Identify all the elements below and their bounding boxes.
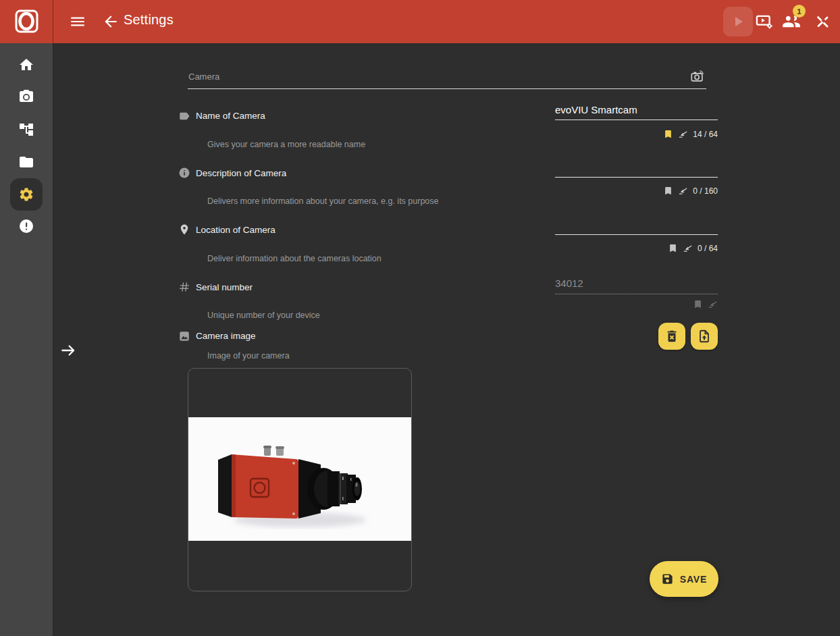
flow-tree-icon [18, 122, 34, 138]
sidebar-item-flow[interactable] [0, 115, 53, 144]
service-tools-button[interactable] [813, 12, 832, 31]
delete-image-button[interactable] [658, 323, 685, 350]
reset-arrow-icon[interactable] [683, 243, 693, 253]
floppy-save-icon [661, 573, 674, 585]
back-arrow-icon [102, 13, 120, 30]
error-icon [18, 218, 34, 234]
trash-x-icon [664, 329, 679, 344]
location-field-meta: 0 / 64 [555, 243, 718, 253]
sidebar-item-errors[interactable] [0, 211, 53, 241]
serial-field-label: Serial number [196, 282, 253, 292]
camera-icon [18, 88, 34, 105]
camera-photo [188, 417, 411, 541]
label-tag-icon [178, 110, 190, 125]
info-icon [178, 167, 190, 182]
upload-image-button[interactable] [691, 323, 718, 350]
name-field-label: Name of Camera [196, 111, 265, 121]
location-field-help: Deliver information about the cameras lo… [207, 254, 382, 263]
settings-page: Settings [0, 0, 840, 636]
reset-arrow-icon[interactable] [678, 186, 688, 196]
folder-icon [18, 154, 34, 170]
serial-field-help: Unique number of your device [207, 311, 320, 320]
sidebar-item-settings[interactable] [0, 180, 53, 209]
location-field-label: Location of Camera [196, 225, 275, 235]
bookmark-icon[interactable] [668, 243, 678, 253]
sidebar-item-folder[interactable] [0, 147, 53, 177]
name-char-counter: 14 / 64 [693, 130, 718, 139]
camera-image-preview-box [188, 368, 412, 591]
sidebar-nav [0, 43, 53, 636]
app-bar: Settings [0, 0, 840, 43]
file-upload-icon [697, 329, 712, 344]
bookmark-icon[interactable] [663, 129, 673, 139]
page-title: Settings [124, 12, 174, 28]
serial-value: 34012 [555, 275, 718, 294]
name-field-meta: 14 / 64 [555, 129, 718, 139]
home-icon [18, 57, 34, 73]
video-settings-icon [755, 12, 774, 31]
save-button[interactable]: SAVE [650, 561, 718, 597]
bookmark-icon [693, 299, 703, 309]
notification-badge: 1 [793, 5, 806, 18]
location-char-counter: 0 / 64 [698, 244, 718, 253]
sidebar-item-camera[interactable] [0, 82, 53, 111]
description-input[interactable] [555, 159, 718, 177]
description-char-counter: 0 / 160 [693, 186, 718, 196]
app-logo [0, 0, 53, 43]
video-settings-button[interactable] [754, 11, 775, 32]
name-input-wrap [555, 102, 718, 120]
location-input[interactable] [555, 217, 718, 234]
description-field-label: Description of Camera [196, 168, 286, 178]
right-arrow-icon [59, 342, 77, 359]
image-field-help: Image of your camera [207, 351, 290, 361]
reset-arrow-icon [708, 299, 718, 309]
image-field-label: Camera image [196, 331, 256, 341]
name-field-help: Gives your camera a more readable name [207, 140, 365, 149]
description-input-wrap [555, 159, 718, 178]
linked-camera-icon [690, 69, 705, 86]
location-pin-icon [178, 223, 190, 238]
description-field-meta: 0 / 160 [555, 186, 718, 196]
back-button[interactable] [101, 13, 120, 30]
sidebar-item-home[interactable] [0, 50, 53, 80]
run-application-button[interactable] [723, 7, 753, 36]
camera-select-label: Camera [188, 72, 219, 82]
serial-value-wrap: 34012 [555, 275, 718, 294]
bookmark-icon[interactable] [663, 186, 673, 196]
expand-panel-arrow[interactable] [59, 342, 77, 359]
logo-icon [12, 7, 41, 36]
hash-icon [178, 281, 190, 296]
serial-field-meta [555, 299, 718, 309]
tools-x-icon [814, 13, 831, 30]
description-field-help: Delivers more information about your cam… [207, 196, 439, 206]
menu-button[interactable] [68, 13, 87, 30]
image-icon [178, 330, 190, 345]
name-input[interactable] [555, 102, 718, 120]
location-input-wrap [555, 217, 718, 235]
save-button-label: SAVE [680, 574, 707, 585]
menu-icon [69, 13, 86, 30]
play-icon [730, 14, 746, 30]
gear-icon [18, 186, 34, 203]
camera-select-field[interactable]: Camera [188, 66, 706, 89]
reset-arrow-icon[interactable] [678, 129, 688, 139]
